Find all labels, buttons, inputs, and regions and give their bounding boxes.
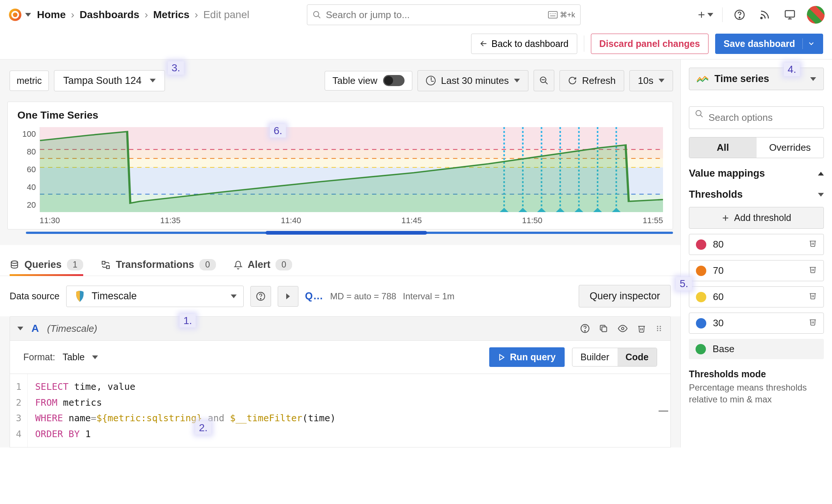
- trash-icon[interactable]: [809, 291, 817, 303]
- back-to-dashboard-button[interactable]: Back to dashboard: [471, 34, 577, 54]
- rss-icon[interactable]: [757, 7, 773, 23]
- annotation-6: 6.: [270, 124, 286, 137]
- plot-area[interactable]: [40, 127, 663, 212]
- svg-rect-13: [785, 11, 795, 17]
- tab-queries[interactable]: Queries1: [10, 259, 83, 276]
- time-range-picker[interactable]: Last 30 minutes: [417, 70, 528, 91]
- refresh-icon: [568, 76, 577, 85]
- arrow-left-icon: [480, 40, 488, 48]
- threshold-row[interactable]: 60: [689, 286, 824, 307]
- threshold-row[interactable]: 80: [689, 234, 824, 255]
- threshold-color-dot[interactable]: [696, 266, 706, 276]
- sql-editor[interactable]: 1 2 3 4 SELECT time, value FROM metrics …: [10, 374, 671, 447]
- trash-icon[interactable]: [809, 239, 817, 250]
- copy-icon[interactable]: [599, 324, 608, 333]
- chevron-right-icon: ›: [71, 9, 74, 21]
- run-query-button[interactable]: Run query: [489, 347, 565, 367]
- panel-visualization: One Time Series 100 80 60 40 20 11:30 11…: [7, 102, 673, 229]
- monitor-icon[interactable]: [782, 7, 798, 23]
- chevron-down-icon[interactable]: [25, 13, 31, 17]
- add-button[interactable]: [697, 7, 713, 23]
- collapse-icon[interactable]: [17, 327, 23, 330]
- auto-refresh-select[interactable]: 10s: [629, 70, 673, 91]
- query-letter[interactable]: A: [31, 323, 39, 334]
- drag-icon[interactable]: [655, 324, 663, 333]
- md-info: MD = auto = 788: [330, 291, 396, 302]
- svg-point-59: [696, 110, 701, 116]
- tab-transformations[interactable]: Transformations0: [101, 259, 216, 276]
- refresh-button[interactable]: Refresh: [559, 70, 624, 91]
- svg-point-56: [657, 330, 659, 331]
- keyboard-hint: ⌘+k: [548, 10, 575, 19]
- threshold-value[interactable]: 70: [713, 265, 724, 276]
- tab-alert[interactable]: Alert0: [234, 259, 292, 276]
- trash-icon[interactable]: [809, 317, 817, 329]
- visualization-picker[interactable]: Time series: [689, 68, 824, 90]
- help-icon[interactable]: [731, 7, 748, 23]
- grafana-logo[interactable]: [7, 7, 31, 23]
- code-tab[interactable]: Code: [618, 348, 657, 366]
- eye-icon[interactable]: [617, 324, 628, 333]
- avatar[interactable]: [807, 6, 825, 24]
- threshold-value[interactable]: 60: [713, 291, 724, 303]
- section-thresholds-toggle[interactable]: Thresholds: [689, 189, 824, 200]
- variable-select[interactable]: Tampa South 124: [54, 70, 165, 91]
- breadcrumb-home[interactable]: Home: [37, 9, 66, 21]
- svg-point-47: [260, 298, 261, 299]
- format-select[interactable]: Table: [62, 352, 85, 362]
- threshold-color-dot[interactable]: [696, 318, 706, 328]
- svg-rect-45: [107, 266, 110, 269]
- builder-tab[interactable]: Builder: [572, 348, 618, 366]
- query-actions: [580, 324, 663, 333]
- svg-line-19: [545, 82, 548, 84]
- section-thresholds: Thresholds Add threshold 80706030Base Th…: [689, 189, 824, 406]
- chevron-up-icon: [818, 172, 824, 176]
- options-search-wrap: [689, 98, 824, 129]
- expand-options-button[interactable]: [278, 286, 298, 307]
- chevron-down-icon[interactable]: [92, 355, 98, 359]
- trash-icon[interactable]: [637, 324, 646, 333]
- segment-overrides[interactable]: Overrides: [757, 137, 824, 158]
- threshold-color-dot[interactable]: [696, 292, 706, 302]
- search-input[interactable]: [326, 9, 543, 21]
- datasource-select[interactable]: Timescale: [66, 286, 244, 307]
- threshold-value[interactable]: 80: [713, 239, 724, 250]
- threshold-color-dot[interactable]: [696, 344, 706, 354]
- threshold-row[interactable]: 70: [689, 260, 824, 281]
- global-search[interactable]: ⌘+k: [307, 4, 581, 25]
- threshold-value[interactable]: Base: [713, 343, 734, 355]
- svg-rect-2: [548, 11, 557, 18]
- zoom-out-button[interactable]: [534, 70, 554, 91]
- threshold-color-dot[interactable]: [696, 239, 706, 250]
- search-icon: [312, 10, 321, 19]
- breadcrumb-dashboards[interactable]: Dashboards: [80, 9, 139, 21]
- add-threshold-button[interactable]: Add threshold: [689, 207, 824, 229]
- svg-point-12: [761, 17, 762, 19]
- query-inspector-button[interactable]: Query inspector: [579, 285, 671, 307]
- options-panel: Time series All Overrides Value mappings…: [680, 59, 832, 447]
- threshold-row[interactable]: Base: [689, 339, 824, 359]
- panel-title: One Time Series: [17, 109, 663, 121]
- timeline-scrubber[interactable]: [26, 232, 673, 234]
- table-view-toggle[interactable]: Table view: [325, 71, 412, 91]
- switch[interactable]: [383, 75, 405, 86]
- editor-scrollbar[interactable]: [659, 411, 668, 412]
- options-search-input[interactable]: [689, 106, 824, 129]
- threshold-value[interactable]: 30: [713, 317, 724, 329]
- svg-point-0: [314, 11, 319, 17]
- discard-button[interactable]: Discard panel changes: [591, 34, 708, 54]
- svg-point-11: [739, 17, 740, 18]
- query-options-link[interactable]: Q…: [305, 290, 324, 302]
- datasource-help-button[interactable]: [250, 286, 271, 307]
- trash-icon[interactable]: [809, 265, 817, 276]
- annotation-2: 2.: [195, 421, 211, 435]
- section-value-mappings-toggle[interactable]: Value mappings: [689, 168, 824, 179]
- code-content[interactable]: SELECT time, value FROM metrics WHERE na…: [28, 374, 670, 447]
- segment-all[interactable]: All: [689, 137, 757, 158]
- help-icon[interactable]: [580, 324, 590, 333]
- breadcrumb-metrics[interactable]: Metrics: [153, 9, 189, 21]
- chevron-down-icon[interactable]: [802, 38, 815, 49]
- query-tabs: Queries1 Transformations0 Alert0: [0, 245, 680, 276]
- save-dashboard-button[interactable]: Save dashboard: [715, 34, 823, 54]
- threshold-row[interactable]: 30: [689, 313, 824, 334]
